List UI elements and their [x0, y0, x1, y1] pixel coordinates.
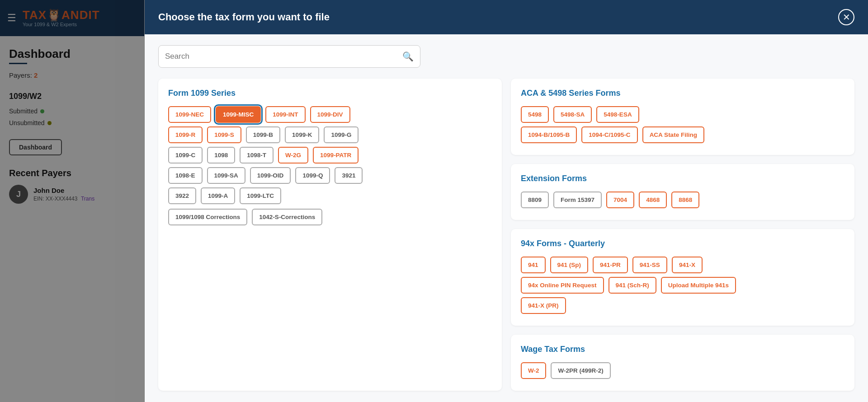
btn-w2pr[interactable]: W-2PR (499R-2)	[551, 362, 610, 379]
94x-row-2: 94x Online PIN Request 941 (Sch-R) Uploa…	[521, 277, 844, 294]
btn-1099-g[interactable]: 1099-G	[324, 126, 359, 143]
btn-1099-r[interactable]: 1099-R	[168, 126, 203, 143]
btn-5498[interactable]: 5498	[521, 106, 549, 123]
btn-1099-q[interactable]: 1099-Q	[295, 167, 330, 184]
btn-3921[interactable]: 3921	[335, 167, 363, 184]
aca-section: ACA & 5498 Series Forms 5498 5498-SA 549…	[511, 79, 854, 155]
btn-941[interactable]: 941	[521, 257, 546, 273]
extension-title: Extension Forms	[521, 174, 844, 183]
btn-5498-sa[interactable]: 5498-SA	[553, 106, 592, 123]
form-1099-section: Form 1099 Series 1099-NEC 1099-MISC 1099…	[158, 79, 502, 391]
btn-1094c-1095c[interactable]: 1094-C/1095-C	[581, 126, 637, 143]
modal-body: 🔍 Form 1099 Series 1099-NEC 1099-MISC 10…	[145, 34, 868, 402]
btn-upload-941[interactable]: Upload Multiple 941s	[661, 277, 736, 294]
btn-w2g[interactable]: W-2G	[278, 147, 308, 164]
btn-1099-b[interactable]: 1099-B	[246, 126, 280, 143]
sections-grid: Form 1099 Series 1099-NEC 1099-MISC 1099…	[158, 79, 854, 391]
btn-1099-int[interactable]: 1099-INT	[265, 106, 305, 123]
modal-close-button[interactable]: ✕	[838, 9, 854, 25]
btn-1098[interactable]: 1098	[207, 147, 235, 164]
extension-section: Extension Forms 8809 Form 15397 7004 486…	[511, 164, 854, 220]
btn-941-ss[interactable]: 941-SS	[632, 257, 667, 273]
94x-section: 94x Forms - Quarterly 941 941 (Sp) 941-P…	[511, 229, 854, 326]
form-1099-row-4: 1098-E 1099-SA 1099-OID 1099-Q 3921	[168, 167, 492, 184]
btn-7004[interactable]: 7004	[606, 192, 634, 208]
btn-1099-patr[interactable]: 1099-PATR	[313, 147, 359, 164]
btn-1042-corrections[interactable]: 1042-S-Corrections	[252, 209, 322, 225]
btn-1098-e[interactable]: 1098-E	[168, 167, 203, 184]
extension-row-1: 8809 Form 15397 7004 4868 8868	[521, 192, 844, 208]
btn-1099-a[interactable]: 1099-A	[201, 187, 235, 204]
form-1099-row-3: 1099-C 1098 1098-T W-2G 1099-PATR	[168, 147, 492, 164]
btn-94x-pin[interactable]: 94x Online PIN Request	[521, 277, 604, 294]
btn-1099-k[interactable]: 1099-K	[285, 126, 319, 143]
btn-1099-s[interactable]: 1099-S	[207, 126, 241, 143]
wage-section: Wage Tax Forms W-2 W-2PR (499R-2)	[511, 335, 854, 391]
94x-row-1: 941 941 (Sp) 941-PR 941-SS 941-X	[521, 257, 844, 273]
form-1099-row-1: 1099-NEC 1099-MISC 1099-INT 1099-DIV	[168, 106, 492, 123]
aca-row-1: 5498 5498-SA 5498-ESA	[521, 106, 844, 123]
btn-1098-t[interactable]: 1098-T	[240, 147, 274, 164]
modal-overlay: Choose the tax form you want to file ✕ 🔍…	[0, 0, 868, 402]
btn-1099-nec[interactable]: 1099-NEC	[168, 106, 211, 123]
aca-title: ACA & 5498 Series Forms	[521, 89, 844, 98]
corrections-row: 1099/1098 Corrections 1042-S-Corrections	[168, 209, 492, 225]
modal-header: Choose the tax form you want to file ✕	[145, 0, 868, 34]
btn-1094b-1095b[interactable]: 1094-B/1095-B	[521, 126, 577, 143]
form-1099-row-5: 3922 1099-A 1099-LTC	[168, 187, 492, 204]
btn-1099-ltc[interactable]: 1099-LTC	[240, 187, 281, 204]
search-bar: 🔍	[158, 45, 420, 68]
94x-row-3: 941-X (PR)	[521, 297, 844, 314]
btn-8809[interactable]: 8809	[521, 192, 549, 208]
btn-1099-oid[interactable]: 1099-OID	[250, 167, 291, 184]
btn-4868[interactable]: 4868	[639, 192, 667, 208]
btn-1099-div[interactable]: 1099-DIV	[310, 106, 350, 123]
search-input[interactable]	[165, 46, 402, 67]
btn-941-sp[interactable]: 941 (Sp)	[550, 257, 589, 273]
94x-title: 94x Forms - Quarterly	[521, 239, 844, 248]
modal-title: Choose the tax form you want to file	[158, 11, 330, 23]
btn-941-sch-r[interactable]: 941 (Sch-R)	[609, 277, 656, 294]
btn-5498-esa[interactable]: 5498-ESA	[596, 106, 639, 123]
btn-1099-c[interactable]: 1099-C	[168, 147, 203, 164]
btn-form15397[interactable]: Form 15397	[553, 192, 602, 208]
aca-row-2: 1094-B/1095-B 1094-C/1095-C ACA State Fi…	[521, 126, 844, 143]
btn-941-pr[interactable]: 941-PR	[593, 257, 628, 273]
wage-title: Wage Tax Forms	[521, 345, 844, 354]
btn-8868[interactable]: 8868	[671, 192, 699, 208]
btn-w2[interactable]: W-2	[521, 362, 546, 379]
right-column: ACA & 5498 Series Forms 5498 5498-SA 549…	[511, 79, 854, 391]
btn-1099-misc[interactable]: 1099-MISC	[216, 106, 261, 123]
search-icon: 🔍	[402, 51, 414, 62]
btn-aca-state-filing[interactable]: ACA State Filing	[642, 126, 704, 143]
btn-1099-sa[interactable]: 1099-SA	[207, 167, 245, 184]
btn-941-x[interactable]: 941-X	[672, 257, 703, 273]
form-1099-title: Form 1099 Series	[168, 89, 492, 98]
btn-3922[interactable]: 3922	[168, 187, 196, 204]
form-1099-row-2: 1099-R 1099-S 1099-B 1099-K 1099-G	[168, 126, 492, 143]
btn-1099-corrections[interactable]: 1099/1098 Corrections	[168, 209, 247, 225]
modal: Choose the tax form you want to file ✕ 🔍…	[145, 0, 868, 402]
btn-941-x-pr[interactable]: 941-X (PR)	[521, 297, 566, 314]
wage-row-1: W-2 W-2PR (499R-2)	[521, 362, 844, 379]
